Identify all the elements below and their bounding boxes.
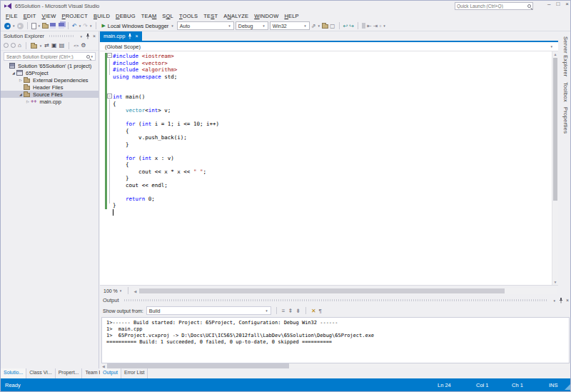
menu-edit[interactable]: EDIT <box>21 13 39 19</box>
next-bookmark-icon[interactable]: ⇥ <box>373 23 378 29</box>
open-file-icon[interactable] <box>42 24 49 29</box>
tool-tab-solutio[interactable]: Solutio... <box>1 368 26 378</box>
close-icon[interactable]: × <box>135 34 138 39</box>
expander-collapsed-icon[interactable]: ▷ <box>25 99 31 104</box>
menu-build[interactable]: BUILD <box>91 13 113 19</box>
forward-icon[interactable] <box>11 43 16 48</box>
navigate-forward-history-icon[interactable]: ↪ <box>349 23 354 29</box>
quick-launch-input[interactable] <box>457 4 527 9</box>
tree-item-external-dependencies[interactable]: ▷External Dependencies <box>1 76 98 84</box>
attach-to-process-icon[interactable]: ⇗ <box>311 23 316 29</box>
undo-icon[interactable]: ↶ <box>72 23 77 29</box>
pin-icon[interactable] <box>86 34 90 39</box>
minimize-button[interactable]: – <box>547 1 550 7</box>
maximize-button[interactable]: □ <box>556 1 560 7</box>
tree-item-header-files[interactable]: Header Files <box>1 84 98 91</box>
chevron-down-icon[interactable]: ▾ <box>39 24 41 28</box>
menu-sql[interactable]: SQL <box>159 13 176 19</box>
expander-expanded-icon[interactable]: ◢ <box>11 71 16 75</box>
tool-tab-propert[interactable]: Propert... <box>56 368 83 378</box>
solution-search-input[interactable] <box>4 54 86 59</box>
home-icon[interactable]: ⌂ <box>18 42 21 49</box>
output-log[interactable]: 1>------ Build started: Project: 65Proje… <box>101 317 570 363</box>
side-tab-server-explorer[interactable]: Server Explorer <box>562 36 569 77</box>
scroll-up-icon[interactable]: ▲ <box>552 51 558 57</box>
pin-icon[interactable] <box>128 34 132 39</box>
quick-launch-box[interactable] <box>455 2 533 10</box>
menu-help[interactable]: HELP <box>281 13 301 19</box>
clear-bookmarks-icon[interactable]: ▫ <box>379 23 381 29</box>
properties-wrench-icon[interactable]: ⚙ <box>81 42 86 49</box>
panel-grip[interactable] <box>49 35 74 37</box>
configuration-combo[interactable]: Debug▾ <box>236 21 268 30</box>
chevron-down-icon[interactable]: ▾ <box>90 24 92 28</box>
scrollbar-thumb[interactable] <box>139 288 504 293</box>
menu-test[interactable]: TEST <box>201 13 221 19</box>
view-code-icon[interactable]: <> <box>74 44 79 48</box>
tree-item-main-cpp[interactable]: ▷++main.cpp <box>1 98 98 105</box>
panel-tab-output[interactable]: Output <box>100 368 121 378</box>
next-message-icon[interactable]: ⇟ <box>295 308 300 314</box>
add-item-icon[interactable] <box>322 24 328 29</box>
menu-project[interactable]: PROJECT <box>59 13 91 19</box>
sync-with-active-document-icon[interactable]: ⇄ <box>44 42 49 49</box>
menu-debug[interactable]: DEBUG <box>113 13 138 19</box>
navigate-forward-icon[interactable]: ▸ <box>17 23 24 29</box>
solution-configurations-combo[interactable]: Auto▾ <box>177 21 234 30</box>
previous-bookmark-icon[interactable]: ⇤ <box>367 23 372 29</box>
word-wrap-icon[interactable]: ¶ <box>319 308 322 314</box>
chevron-down-icon[interactable]: ▾ <box>383 24 385 28</box>
new-file-icon[interactable] <box>31 23 36 29</box>
side-tab-properties[interactable]: Properties <box>562 107 569 134</box>
chevron-down-icon[interactable]: ▾ <box>13 24 15 28</box>
collapse-region-icon[interactable]: − <box>107 94 112 99</box>
menu-file[interactable]: FILE <box>3 13 21 19</box>
scrollbar-thumb[interactable] <box>107 363 289 368</box>
output-horizontal-scrollbar[interactable]: ◀ <box>101 363 570 368</box>
show-all-files-icon[interactable]: ▤ <box>59 42 65 49</box>
menu-analyze[interactable]: ANALYZE <box>221 13 251 19</box>
menu-window[interactable]: WINDOW <box>251 13 281 19</box>
expander-collapsed-icon[interactable]: ▷ <box>18 78 24 82</box>
resize-grip-icon[interactable] <box>565 384 570 390</box>
collapse-region-icon[interactable]: − <box>107 53 112 58</box>
start-debug-button[interactable]: ▶ Local Windows Debugger ▾ <box>100 23 175 29</box>
close-icon[interactable]: × <box>93 34 96 39</box>
previous-message-icon[interactable]: ⇞ <box>288 308 293 314</box>
bookmark-icon[interactable] <box>362 23 365 29</box>
scroll-down-icon[interactable]: ▼ <box>552 279 558 285</box>
save-all-icon[interactable] <box>59 23 64 29</box>
scroll-left-icon[interactable]: ◀ <box>133 289 136 293</box>
navigate-backward-history-icon[interactable]: ↩ <box>343 23 348 29</box>
find-message-icon[interactable]: ≡ <box>282 308 286 314</box>
navigation-bar[interactable]: (Global Scope) ▾ <box>100 42 558 51</box>
side-tab-toolbox[interactable]: Toolbox <box>562 82 569 102</box>
window-position-icon[interactable]: ▾ <box>80 34 82 39</box>
navigate-back-icon[interactable]: ◂ <box>4 23 11 29</box>
chevron-down-icon[interactable]: ▾ <box>318 24 320 28</box>
collapse-all-icon[interactable]: ▣ <box>51 42 57 49</box>
zoom-control[interactable]: 100 % ▾ <box>101 288 124 293</box>
expander-expanded-icon[interactable]: ◢ <box>18 92 24 96</box>
tab-main-cpp[interactable]: main.cpp × <box>100 31 142 41</box>
platform-combo[interactable]: Win32▾ <box>270 21 310 30</box>
chevron-down-icon[interactable]: ▾ <box>40 44 42 48</box>
chevron-down-icon[interactable]: ▾ <box>79 24 81 28</box>
tree-item-source-files[interactable]: ◢Source Files <box>1 91 98 98</box>
save-icon[interactable] <box>50 23 56 29</box>
preview-icon[interactable]: ▢ <box>330 23 335 29</box>
output-source-combo[interactable]: Build ▾ <box>146 306 271 315</box>
chevron-down-icon[interactable]: ▾ <box>550 44 552 49</box>
scrollbar-thumb[interactable] <box>553 58 557 201</box>
menu-view[interactable]: VIEW <box>39 13 59 19</box>
scope-folder-icon[interactable] <box>31 44 37 49</box>
editor-horizontal-scrollbar[interactable]: ◀ <box>132 288 557 294</box>
back-icon[interactable] <box>4 43 9 48</box>
tree-item-solution-65solution-1-project[interactable]: Solution '65Solution' (1 project) <box>1 62 98 69</box>
clear-all-icon[interactable]: ✕ <box>311 308 316 314</box>
menu-team[interactable]: TEAM <box>138 13 160 19</box>
tree-item-65project[interactable]: ◢65Project <box>1 69 98 76</box>
chevron-down-icon[interactable]: ▾ <box>91 54 93 59</box>
solution-search-box[interactable]: ▾ <box>4 52 96 61</box>
panel-tab-error-list[interactable]: Error List <box>121 368 148 378</box>
